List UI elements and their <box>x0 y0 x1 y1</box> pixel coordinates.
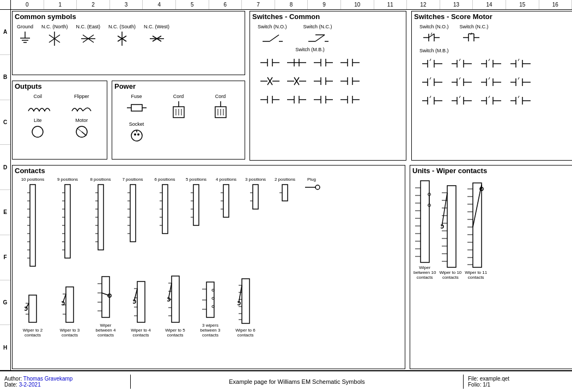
wiper-between10-label: Wiperbetween 10contacts <box>413 265 436 280</box>
row-a: A <box>0 10 10 55</box>
col-5: 5 <box>176 0 209 9</box>
lite-label: Lite <box>34 118 42 123</box>
file-value: example.qet <box>480 376 509 382</box>
footer-center: Example page for Williams EM Schematic S… <box>131 378 463 385</box>
row-g: G <box>0 280 10 326</box>
date-label: Date: <box>4 382 19 388</box>
cord2-label: Cord <box>215 94 226 99</box>
wiper-5-icon <box>167 273 184 328</box>
symbol-ground: Ground <box>17 24 33 47</box>
col-1: 1 <box>44 0 77 9</box>
svg-rect-261 <box>242 279 250 323</box>
col-13: 13 <box>440 0 473 9</box>
corner-cell <box>0 0 11 9</box>
score-no-label: Switch (N.O.) <box>419 24 449 29</box>
connector-8 <box>95 182 106 253</box>
score-sw-11 <box>478 93 506 109</box>
row-d: D <box>0 145 10 190</box>
folio-value: 1/1 <box>483 382 490 388</box>
power-cord2: Cord <box>200 94 240 119</box>
score-nc-label: Switch (N.C.) <box>460 24 489 29</box>
svg-line-154 <box>459 96 460 98</box>
svg-rect-21 <box>131 105 142 111</box>
file-info: File: example.qet <box>468 376 568 382</box>
svg-rect-239 <box>137 281 145 322</box>
nc-west-icon <box>149 30 165 47</box>
svg-rect-214 <box>253 185 258 209</box>
score-sw-8 <box>508 74 535 90</box>
sw-mb-6 <box>284 73 309 89</box>
svg-rect-210 <box>223 185 229 217</box>
folio-info: Folio: 1/1 <box>468 382 568 388</box>
svg-rect-175 <box>65 185 70 258</box>
date-value: 3-2-2021 <box>19 382 41 388</box>
row-h: H <box>0 325 10 370</box>
svg-line-98 <box>431 33 432 35</box>
outputs-grid: Coil Flipper Lite <box>13 91 107 142</box>
wiper-between10-icon <box>414 178 436 265</box>
col-12: 12 <box>407 0 440 9</box>
wiper-section: Units - Wiper contacts <box>410 165 572 369</box>
socket-label: Socket <box>129 121 144 127</box>
row-b: B <box>0 55 10 100</box>
footer: Author: Thomas Gravekamp Date: 3-2-2021 … <box>0 370 572 392</box>
power-title: Power <box>112 81 245 91</box>
sw-mb-3 <box>311 54 336 71</box>
svg-line-38 <box>270 35 279 41</box>
wiper-2-label: Wiper to 2contacts <box>23 328 42 338</box>
power-section: Power Fuse Cord <box>112 81 245 160</box>
wiper-to10-icon <box>441 183 460 270</box>
date-info: Date: 3-2-2021 <box>4 382 126 388</box>
col-6: 6 <box>209 0 242 9</box>
power-cord1: Cord <box>159 94 198 119</box>
connector-4 <box>221 182 232 220</box>
sw-mb-12 <box>338 91 362 108</box>
output-motor: Motor <box>61 118 103 139</box>
output-coil: Coil <box>17 94 59 115</box>
flipper-icon <box>69 100 94 115</box>
ground-label: Ground <box>17 24 33 29</box>
fuse-label: Fuse <box>131 94 142 99</box>
output-lite: Lite <box>17 118 59 139</box>
sw-mb-8 <box>338 73 362 89</box>
svg-rect-205 <box>193 185 199 225</box>
common-symbols-section: Common symbols Ground N.C. <box>12 11 245 75</box>
sw-mb-2 <box>284 54 309 71</box>
svg-point-35 <box>134 133 136 136</box>
svg-rect-297 <box>473 183 482 267</box>
row-f: F <box>0 235 10 280</box>
lite-icon <box>29 124 46 139</box>
cord1-icon <box>168 100 190 119</box>
col-11: 11 <box>374 0 407 9</box>
svg-point-36 <box>137 133 139 136</box>
svg-rect-284 <box>447 186 456 267</box>
nc-south-icon <box>114 30 130 47</box>
switches-score-inner: Switch (N.O.) <box>412 22 572 111</box>
connector-10 <box>27 182 38 269</box>
svg-rect-246 <box>172 276 179 322</box>
wiper-3x3-icon <box>201 279 220 323</box>
sw-mb-10 <box>284 91 309 108</box>
coil-icon <box>26 100 50 115</box>
sw-mb-5 <box>258 73 282 89</box>
wiper-6-label: Wiper to 6contacts <box>235 328 255 338</box>
sw-nc-label: Switch (N.C.) <box>303 24 332 29</box>
pos-6-label: 6 positions <box>154 177 175 182</box>
switches-common-inner: Switch (N.O.) Switch (N.C.) <box>250 22 406 110</box>
wiper-to10-label: Wiper to 10contacts <box>439 270 461 280</box>
col-9: 9 <box>308 0 341 9</box>
score-sw-3 <box>478 56 506 72</box>
pos-8-label: 8 positions <box>90 177 111 182</box>
svg-line-159 <box>489 96 490 98</box>
wiper-inner: Wiperbetween 10contacts <box>410 176 572 282</box>
col-3: 3 <box>110 0 143 9</box>
switches-score-title: Switches - Score Motor <box>412 11 572 22</box>
nc-north-icon <box>46 30 63 47</box>
wiper-6-icon <box>238 276 254 328</box>
symbol-nc-south: N.C. (South) <box>108 24 136 47</box>
symbol-nc-west: N.C. (West) <box>144 24 169 47</box>
wiper-to11-label: Wiper to 11contacts <box>465 270 487 280</box>
connector-7 <box>127 182 138 244</box>
sw-mb-7 <box>311 73 336 89</box>
grid-body: A B C D E F G H Common symbols Ground <box>0 10 572 370</box>
